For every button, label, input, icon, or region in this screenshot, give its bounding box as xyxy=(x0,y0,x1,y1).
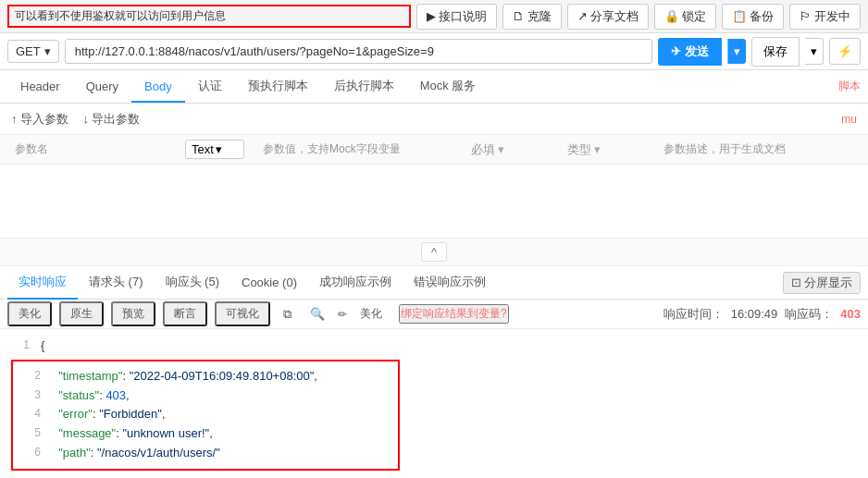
import-params-btn[interactable]: ↑ 导入参数 xyxy=(11,111,68,128)
visualize-btn[interactable]: 可视化 xyxy=(215,301,270,326)
response-toolbar: 美化 原生 预览 断言 可视化 ⧉ 🔍 ✏ 美化 绑定响应结果到变量? 响应时间… xyxy=(0,300,868,329)
dropdown-icon: ▾ xyxy=(498,142,504,156)
tab-body[interactable]: Body xyxy=(131,72,185,103)
url-bar: GET ▾ ✈ 发送 ▾ 保存 ▾ ⚡ xyxy=(0,33,868,70)
tab-right-label: 脚本 xyxy=(838,79,861,94)
col-param-value: 参数值，支持Mock字段变量 xyxy=(255,141,460,157)
raw-btn[interactable]: 原生 xyxy=(59,301,104,326)
save-dropdown-btn[interactable]: ▾ xyxy=(805,38,824,65)
save-button[interactable]: 保存 xyxy=(751,37,800,67)
json-line-2: 2 "timestamp" : "2022-04-09T16:09:49.810… xyxy=(22,367,389,386)
method-select[interactable]: GET ▾ xyxy=(7,40,59,63)
json-line-5: 5 "message" : "unknown user!" , xyxy=(22,424,389,444)
chevron-down-icon: ▾ xyxy=(734,44,740,58)
clone-btn[interactable]: 🗋 克隆 xyxy=(502,4,562,30)
dropdown-icon: ▾ xyxy=(594,142,601,156)
lock-btn[interactable]: 🔒 锁定 xyxy=(654,4,716,30)
send-dropdown-btn[interactable]: ▾ xyxy=(727,39,746,64)
chevron-down-icon: ▾ xyxy=(811,44,817,58)
param-toolbar: ↑ 导入参数 ↓ 导出参数 mu xyxy=(0,104,868,135)
json-highlighted-box: 2 "timestamp" : "2022-04-09T16:09:49.810… xyxy=(11,360,400,471)
tab-response-headers[interactable]: 响应头 (5) xyxy=(155,266,231,300)
copy-icon[interactable]: ⧉ xyxy=(278,304,297,325)
collapse-area: ^ xyxy=(0,239,868,266)
col-type-label: 类型 ▾ xyxy=(560,141,652,158)
json-line-3: 3 "status" : 403 , xyxy=(22,386,389,406)
tab-pre-script[interactable]: 预执行脚本 xyxy=(235,70,321,104)
json-line-7: 7 } xyxy=(11,474,857,478)
preview-btn[interactable]: 预览 xyxy=(111,301,155,326)
response-code-value: 403 xyxy=(840,307,861,321)
response-time-label: 响应时间： xyxy=(663,306,724,323)
tab-error-example[interactable]: 错误响应示例 xyxy=(403,266,497,300)
dropdown-icon: ▾ xyxy=(44,44,51,58)
tab-mock[interactable]: Mock 服务 xyxy=(407,70,490,104)
top-toolbar: 可以看到不使用鉴权就可以访问到用户信息 ▶ 接口说明 🗋 克隆 ↗ 分享文档 🔒… xyxy=(0,0,868,33)
col-required: 必填 ▾ xyxy=(464,141,556,158)
dropdown-icon: ▾ xyxy=(216,142,222,156)
tab-post-script[interactable]: 后执行脚本 xyxy=(321,70,407,104)
json-line-6: 6 "path" : "/nacos/v1/auth/users/" xyxy=(22,444,389,463)
tab-realtime-response[interactable]: 实时响应 xyxy=(7,266,78,300)
bottom-tab-right: ⊡ 分屏显示 xyxy=(783,272,861,294)
backup-btn[interactable]: 📋 备份 xyxy=(722,4,784,30)
type-select[interactable]: Text ▾ xyxy=(185,140,244,159)
clone-icon: 🗋 xyxy=(513,9,525,23)
interface-btn[interactable]: ▶ 接口说明 xyxy=(416,4,497,30)
tab-success-example[interactable]: 成功响应示例 xyxy=(308,266,403,300)
empty-params-area xyxy=(0,165,868,239)
json-line-1: 1 { xyxy=(11,337,857,356)
interface-icon: ▶ xyxy=(427,9,436,23)
warning-label: 可以看到不使用鉴权就可以访问到用户信息 xyxy=(7,5,411,28)
json-line-4: 4 "error" : "Forbidden" , xyxy=(22,405,389,424)
tab-auth[interactable]: 认证 xyxy=(185,70,235,104)
lightning-icon: ⚡ xyxy=(837,44,852,58)
col-type[interactable]: Text ▾ xyxy=(178,140,252,159)
beautify-btn[interactable]: 美化 xyxy=(7,301,52,326)
assert-btn[interactable]: 断言 xyxy=(163,301,207,326)
lightning-button[interactable]: ⚡ xyxy=(829,38,861,65)
backup-icon: 📋 xyxy=(732,9,747,23)
lock-icon: 🔒 xyxy=(664,9,679,23)
col-param-name: 参数名 xyxy=(7,141,174,157)
bottom-tabs: 实时响应 请求头 (7) 响应头 (5) Cookie (0) 成功响应示例 错… xyxy=(0,266,868,300)
beautify-text-btn[interactable]: 美化 xyxy=(354,303,388,325)
send-button[interactable]: ✈ 发送 xyxy=(658,38,722,66)
collapse-btn[interactable]: ^ xyxy=(421,242,447,262)
export-params-btn[interactable]: ↓ 导出参数 xyxy=(83,111,141,128)
right-label: mu xyxy=(841,113,857,126)
tab-query[interactable]: Query xyxy=(73,72,131,103)
send-icon: ✈ xyxy=(671,44,681,58)
main-tabs: Header Query Body 认证 预执行脚本 后执行脚本 Mock 服务… xyxy=(0,70,868,104)
split-icon: ⊡ xyxy=(791,276,801,289)
bind-var-btn[interactable]: 绑定响应结果到变量? xyxy=(399,304,509,324)
share-icon: ↗ xyxy=(577,9,588,23)
response-code-label: 响应码： xyxy=(785,306,833,323)
tab-header[interactable]: Header xyxy=(7,72,73,103)
tab-cookie[interactable]: Cookie (0) xyxy=(230,268,308,299)
col-desc: 参数描述，用于生成文档 xyxy=(656,141,861,157)
share-btn[interactable]: ↗ 分享文档 xyxy=(567,4,649,30)
dev-btn[interactable]: 🏳 开发中 xyxy=(789,4,861,30)
arrow-down-icon: ↓ xyxy=(83,112,90,126)
response-info: 响应时间： 16:09:49 响应码： 403 xyxy=(663,306,861,323)
search-icon[interactable]: 🔍 xyxy=(304,304,330,324)
json-response-content: 1 { 2 "timestamp" : "2022-04-09T16:09:49… xyxy=(0,329,868,478)
response-time-value: 16:09:49 xyxy=(731,307,778,321)
url-input[interactable] xyxy=(65,39,652,64)
split-screen-btn[interactable]: ⊡ 分屏显示 xyxy=(783,272,861,294)
arrow-up-icon: ↑ xyxy=(11,112,18,126)
tab-request-headers[interactable]: 请求头 (7) xyxy=(78,266,155,300)
param-header-row: 参数名 Text ▾ 参数值，支持Mock字段变量 必填 ▾ 类型 ▾ 参数描述… xyxy=(0,135,868,165)
flag-icon: 🏳 xyxy=(800,9,812,23)
